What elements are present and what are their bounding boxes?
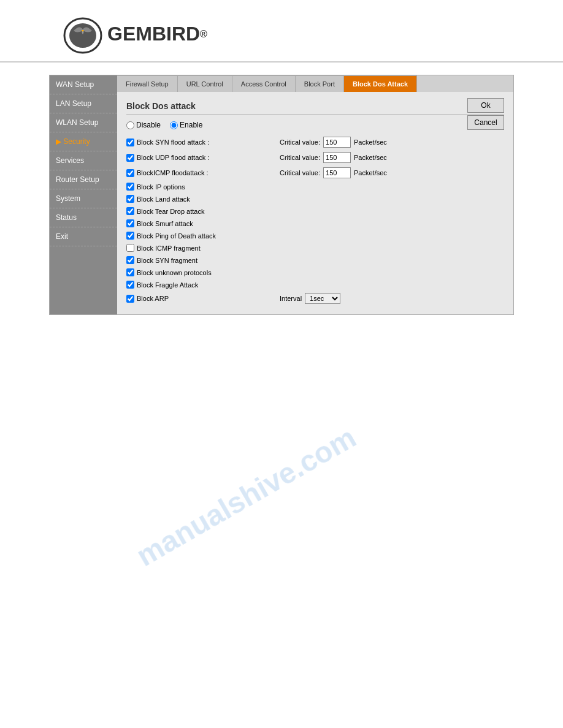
ip-options-row: Block IP options bbox=[126, 183, 504, 191]
syn-fragment-row: Block SYN fragment bbox=[126, 256, 504, 264]
udp-flood-critical: Critical value: Packet/sec bbox=[280, 152, 387, 163]
udp-flood-text: Block UDP flood attack : bbox=[137, 154, 209, 161]
land-attack-row: Block Land attack bbox=[126, 195, 504, 203]
icmp-fragment-row: Block ICMP fragment bbox=[126, 244, 504, 252]
tear-drop-row: Block Tear Drop attack bbox=[126, 207, 504, 215]
smurf-attack-checkbox[interactable] bbox=[126, 219, 134, 227]
fraggle-attack-label[interactable]: Block Fraggle Attack bbox=[126, 281, 261, 289]
icmp-flood-label[interactable]: BlockICMP floodattack : bbox=[126, 169, 261, 177]
disable-radio-label[interactable]: Disable bbox=[126, 121, 161, 129]
main-container: WAN Setup LAN Setup WLAN Setup Security … bbox=[49, 75, 514, 315]
packet-sec-icmp: Packet/sec bbox=[354, 169, 387, 176]
udp-flood-checkbox[interactable] bbox=[126, 154, 134, 162]
enable-radio[interactable] bbox=[170, 121, 178, 129]
svg-point-1 bbox=[69, 23, 96, 48]
watermark: manualshive.com bbox=[131, 420, 361, 573]
land-attack-checkbox[interactable] bbox=[126, 195, 134, 203]
icmp-flood-input[interactable] bbox=[323, 167, 351, 178]
header: GEMBIRD® bbox=[0, 0, 563, 63]
sidebar-item-services[interactable]: Services bbox=[50, 151, 117, 170]
ping-of-death-text: Block Ping of Death attack bbox=[137, 232, 216, 240]
sidebar: WAN Setup LAN Setup WLAN Setup Security … bbox=[50, 75, 117, 314]
icmp-fragment-label[interactable]: Block ICMP fragment bbox=[126, 244, 261, 252]
syn-flood-checkbox[interactable] bbox=[126, 138, 134, 146]
radio-row: Disable Enable bbox=[126, 121, 461, 129]
ping-of-death-checkbox[interactable] bbox=[126, 232, 134, 240]
arp-checkbox[interactable] bbox=[126, 295, 134, 303]
ping-of-death-row: Block Ping of Death attack bbox=[126, 232, 504, 240]
ok-button[interactable]: Ok bbox=[467, 98, 504, 113]
unknown-protocols-label[interactable]: Block unknown protocols bbox=[126, 268, 261, 276]
unknown-protocols-row: Block unknown protocols bbox=[126, 268, 504, 276]
icmp-flood-critical: Critical value: Packet/sec bbox=[280, 167, 387, 178]
disable-label: Disable bbox=[136, 121, 161, 129]
panel-title: Block Dos attack bbox=[126, 98, 504, 115]
interval-select[interactable]: 1sec 5sec 10sec 30sec bbox=[305, 293, 340, 304]
land-attack-text: Block Land attack bbox=[137, 195, 190, 203]
icmp-flood-text: BlockICMP floodattack : bbox=[137, 169, 209, 176]
tear-drop-checkbox[interactable] bbox=[126, 207, 134, 215]
ip-options-checkbox[interactable] bbox=[126, 183, 134, 191]
unknown-protocols-checkbox[interactable] bbox=[126, 268, 134, 276]
interval-label: Interval bbox=[280, 295, 302, 302]
arp-label[interactable]: Block ARP bbox=[126, 295, 261, 303]
syn-flood-row: Block SYN flood attack : Critical value:… bbox=[126, 137, 504, 148]
syn-fragment-text: Block SYN fragment bbox=[137, 257, 197, 264]
critical-label-icmp: Critical value: bbox=[280, 169, 320, 176]
land-attack-label[interactable]: Block Land attack bbox=[126, 195, 261, 203]
fraggle-attack-text: Block Fraggle Attack bbox=[137, 281, 198, 289]
logo-area: GEMBIRD® bbox=[61, 12, 545, 55]
fraggle-attack-row: Block Fraggle Attack bbox=[126, 281, 504, 289]
enable-radio-label[interactable]: Enable bbox=[170, 121, 202, 129]
syn-fragment-label[interactable]: Block SYN fragment bbox=[126, 256, 261, 264]
syn-flood-label[interactable]: Block SYN flood attack : bbox=[126, 138, 261, 146]
action-buttons: Ok Cancel bbox=[467, 98, 504, 130]
tear-drop-text: Block Tear Drop attack bbox=[137, 208, 204, 215]
ip-options-label[interactable]: Block IP options bbox=[126, 183, 261, 191]
sidebar-item-lan-setup[interactable]: LAN Setup bbox=[50, 94, 117, 113]
smurf-attack-label[interactable]: Block Smurf attack bbox=[126, 219, 261, 227]
ip-options-text: Block IP options bbox=[137, 183, 185, 191]
syn-flood-text: Block SYN flood attack : bbox=[137, 138, 209, 146]
logo-text: GEMBIRD® bbox=[107, 23, 207, 45]
syn-flood-critical: Critical value: Packet/sec bbox=[280, 137, 387, 148]
packet-sec-udp: Packet/sec bbox=[354, 154, 387, 161]
enable-label: Enable bbox=[180, 121, 202, 129]
tab-firewall-setup[interactable]: Firewall Setup bbox=[117, 75, 178, 92]
sidebar-item-security[interactable]: Security bbox=[50, 132, 117, 151]
udp-flood-row: Block UDP flood attack : Critical value:… bbox=[126, 152, 504, 163]
arp-row: Block ARP Interval 1sec 5sec 10sec 30sec bbox=[126, 293, 504, 304]
tab-access-control[interactable]: Access Control bbox=[232, 75, 296, 92]
icmp-flood-checkbox[interactable] bbox=[126, 169, 134, 177]
tear-drop-label[interactable]: Block Tear Drop attack bbox=[126, 207, 261, 215]
tab-block-dos-attack[interactable]: Block Dos Attack bbox=[344, 75, 417, 92]
unknown-protocols-text: Block unknown protocols bbox=[137, 269, 212, 276]
tab-url-control[interactable]: URL Control bbox=[178, 75, 232, 92]
cancel-button[interactable]: Cancel bbox=[467, 115, 504, 130]
syn-flood-input[interactable] bbox=[323, 137, 351, 148]
smurf-attack-text: Block Smurf attack bbox=[137, 220, 193, 227]
disable-radio[interactable] bbox=[126, 121, 134, 129]
sidebar-item-system[interactable]: System bbox=[50, 189, 117, 208]
ping-of-death-label[interactable]: Block Ping of Death attack bbox=[126, 232, 261, 240]
icmp-fragment-checkbox[interactable] bbox=[126, 244, 134, 252]
sidebar-item-status[interactable]: Status bbox=[50, 208, 117, 227]
icmp-flood-row: BlockICMP floodattack : Critical value: … bbox=[126, 167, 504, 178]
content-area: Firewall Setup URL Control Access Contro… bbox=[117, 75, 513, 314]
syn-fragment-checkbox[interactable] bbox=[126, 256, 134, 264]
sidebar-item-router-setup[interactable]: Router Setup bbox=[50, 170, 117, 189]
icmp-fragment-text: Block ICMP fragment bbox=[137, 245, 201, 252]
sidebar-item-wlan-setup[interactable]: WLAN Setup bbox=[50, 113, 117, 132]
udp-flood-label[interactable]: Block UDP flood attack : bbox=[126, 154, 261, 162]
panel: Ok Cancel Block Dos attack Disable Enabl… bbox=[117, 92, 513, 314]
packet-sec-syn: Packet/sec bbox=[354, 138, 387, 146]
tab-bar: Firewall Setup URL Control Access Contro… bbox=[117, 75, 513, 92]
logo-icon bbox=[61, 12, 104, 55]
fraggle-attack-checkbox[interactable] bbox=[126, 281, 134, 289]
sidebar-item-exit[interactable]: Exit bbox=[50, 227, 117, 246]
tab-block-port[interactable]: Block Port bbox=[296, 75, 344, 92]
smurf-attack-row: Block Smurf attack bbox=[126, 219, 504, 227]
sidebar-item-wan-setup[interactable]: WAN Setup bbox=[50, 75, 117, 94]
udp-flood-input[interactable] bbox=[323, 152, 351, 163]
critical-label-syn: Critical value: bbox=[280, 138, 320, 146]
